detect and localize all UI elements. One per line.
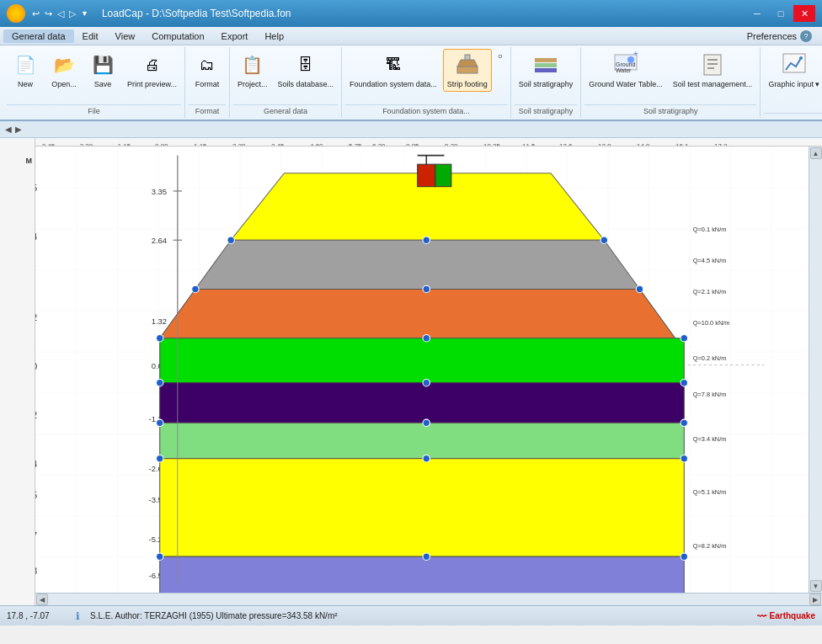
status-icon: ℹ <box>76 610 80 622</box>
menu-edit[interactable]: Edit <box>74 29 107 43</box>
projects-button[interactable]: 📋 Project... <box>233 49 272 92</box>
control-point[interactable] <box>157 455 163 462</box>
preferences-button[interactable]: Preferences ? <box>740 29 819 44</box>
layer-green <box>160 338 685 383</box>
control-point[interactable] <box>423 553 430 560</box>
qa-btn3[interactable]: ◁ <box>56 8 66 19</box>
save-button[interactable]: 💾 Save <box>84 49 121 92</box>
menu-export[interactable]: Export <box>213 29 257 43</box>
control-point[interactable] <box>192 286 199 293</box>
status-bar: 17.8 , -7.07 ℹ S.L.E. Author: TERZAGHI (… <box>0 605 822 625</box>
right-scrollbar[interactable]: ▲ ▼ <box>809 146 822 593</box>
strip-footing-button[interactable]: Strip footing <box>443 49 492 92</box>
groundwater-button[interactable]: Ground Water + Ground Water Table... <box>584 49 667 92</box>
layer-orange <box>160 290 675 338</box>
qa-dropdown[interactable]: ▼ <box>79 9 90 18</box>
scroll-left[interactable]: ◀ <box>36 593 48 605</box>
svg-text:+: + <box>633 51 638 58</box>
control-point[interactable] <box>423 335 430 342</box>
ribbon-gw-label: Soil stratigraphy <box>584 104 756 116</box>
control-point[interactable] <box>423 380 430 386</box>
control-point[interactable] <box>423 420 430 427</box>
scroll-down[interactable]: ▼ <box>810 580 822 592</box>
svg-text:0.00: 0.00 <box>35 361 37 371</box>
svg-rect-2 <box>465 55 470 60</box>
close-button[interactable]: ✕ <box>793 5 815 22</box>
menu-view[interactable]: View <box>107 29 144 43</box>
qa-redo[interactable]: ↪ <box>43 8 54 19</box>
scroll-right[interactable]: ▶ <box>809 593 821 605</box>
control-point[interactable] <box>636 286 643 293</box>
new-label: New <box>18 80 33 89</box>
toolbar-right-arrow[interactable]: ▶ <box>15 125 22 134</box>
control-point[interactable] <box>423 237 430 243</box>
svg-text:-5.27: -5.27 <box>35 530 37 540</box>
maximize-button[interactable]: □ <box>770 5 792 22</box>
svg-rect-5 <box>535 68 557 72</box>
ribbon-group-gw-items: Ground Water + Ground Water Table... <box>584 49 756 103</box>
save-label: Save <box>94 80 112 89</box>
minimize-button[interactable]: ─ <box>746 5 768 22</box>
svg-text:Q=2.1 kN/m: Q=2.1 kN/m <box>693 288 727 295</box>
layer-light-green <box>160 423 685 459</box>
control-point[interactable] <box>681 380 687 386</box>
status-info-text: S.L.E. Author: TERZAGHI (1955) Ultimate … <box>90 611 338 620</box>
ribbon-group-foundation-items: 🏗 Foundation system data... Strip footin… <box>345 49 507 103</box>
control-point[interactable] <box>423 286 430 293</box>
soils-button[interactable]: 🗄 Soils database... <box>274 49 339 92</box>
control-point[interactable] <box>157 553 163 560</box>
svg-text:Q=8.2 kN/m: Q=8.2 kN/m <box>693 542 727 550</box>
soil-strat-button[interactable]: Soil stratigraphy <box>515 49 578 92</box>
ribbon-group-file-items: 📄 New 📂 Open... 💾 Save 🖨 Print preview..… <box>7 49 181 103</box>
scroll-up[interactable]: ▲ <box>810 147 822 159</box>
toolbar-left-arrow[interactable]: ◀ <box>5 125 12 134</box>
print-button[interactable]: 🖨 Print preview... <box>123 49 181 92</box>
menu-help[interactable]: Help <box>256 29 292 43</box>
bottom-scrollbar[interactable]: ◀ ▶ <box>35 593 822 605</box>
earthquake-icon: 〰 <box>757 611 766 621</box>
ribbon-group-foundation: 🏗 Foundation system data... Strip footin… <box>342 47 511 118</box>
qa-btn4[interactable]: ▷ <box>67 8 77 19</box>
control-point[interactable] <box>681 455 687 462</box>
control-point[interactable] <box>423 455 430 462</box>
control-point[interactable] <box>681 335 687 342</box>
control-point[interactable] <box>600 237 607 243</box>
control-point[interactable] <box>681 420 687 427</box>
control-point[interactable] <box>157 335 163 342</box>
layer-gray <box>195 241 640 290</box>
new-button[interactable]: 📄 New <box>7 49 44 92</box>
canvas-container: -3.45 -2.30 -1.15 0.00 1.15 2.30 3.45 4.… <box>35 138 822 605</box>
graphic-input-icon <box>781 51 808 78</box>
svg-canvas[interactable]: 3.35 2.64 1.32 0.00 -1.32 -2.64 -3.55 -5… <box>35 146 809 593</box>
format-label: Format <box>195 80 220 89</box>
svg-text:-6.53: -6.53 <box>35 567 37 577</box>
ribbon-group-general: 📋 Project... 🗄 Soils database... General… <box>230 47 342 118</box>
svg-rect-4 <box>535 63 557 67</box>
svg-text:1.32: 1.32 <box>35 312 37 322</box>
svg-text:Q=10.0 kN/m: Q=10.0 kN/m <box>693 319 730 327</box>
svg-text:Q=5.1 kN/m: Q=5.1 kN/m <box>693 488 727 496</box>
save-icon: 💾 <box>89 51 116 78</box>
control-point[interactable] <box>157 420 163 427</box>
ribbon-file-label: File <box>7 104 181 116</box>
qa-undo[interactable]: ↩ <box>30 8 41 19</box>
control-point[interactable] <box>227 237 234 243</box>
app-icon <box>7 4 25 23</box>
format-button[interactable]: 🗂 Format <box>189 49 226 92</box>
graphic-input-button[interactable]: Graphic input ▾ <box>764 49 822 92</box>
foundation-icon: 🏗 <box>380 51 407 78</box>
control-point[interactable] <box>157 380 163 386</box>
y-unit: M <box>0 153 35 168</box>
circle-button[interactable]: ○ <box>494 49 507 63</box>
open-button[interactable]: 📂 Open... <box>45 49 83 92</box>
ribbon-graphic-label <box>764 113 822 116</box>
soil-test-button[interactable]: Soil test management... <box>669 49 757 92</box>
control-point[interactable] <box>681 553 687 560</box>
format-icon: 🗂 <box>194 51 221 78</box>
menu-general-data[interactable]: General data <box>3 29 74 43</box>
menu-computation[interactable]: Computation <box>143 29 212 43</box>
layer-yellow-bottom <box>160 459 685 557</box>
new-icon: 📄 <box>12 51 39 78</box>
foundation-button[interactable]: 🏗 Foundation system data... <box>345 49 441 92</box>
main-area: M -3.45 -2.30 -1.15 0.00 1.15 2.30 3.45 … <box>0 138 822 605</box>
